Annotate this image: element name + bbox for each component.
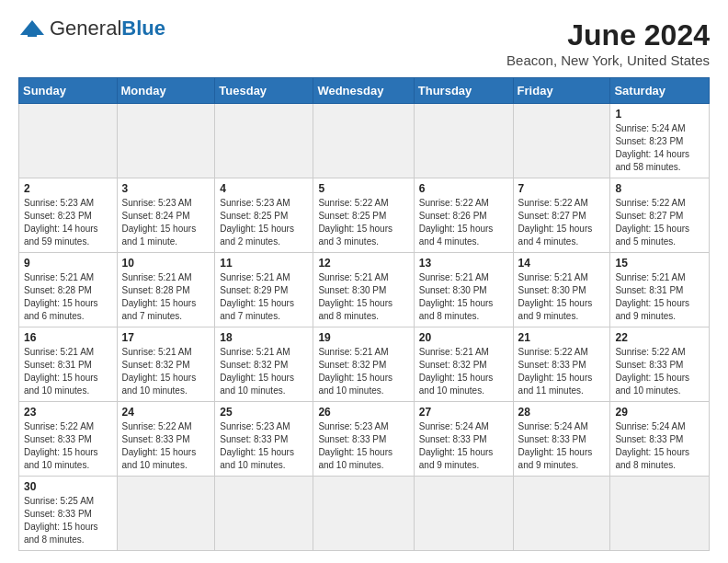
title-block: June 2024 Beacon, New York, United State… (506, 18, 710, 68)
day-info: Sunrise: 5:21 AM Sunset: 8:28 PM Dayligh… (24, 271, 112, 323)
day-number: 23 (24, 406, 112, 419)
day-info: Sunrise: 5:22 AM Sunset: 8:33 PM Dayligh… (518, 346, 606, 397)
page-header: GeneralBlue June 2024 Beacon, New York, … (18, 18, 710, 68)
day-number: 11 (220, 257, 308, 270)
calendar-day-cell: 5Sunrise: 5:22 AM Sunset: 8:25 PM Daylig… (313, 178, 414, 253)
calendar-day-cell (610, 477, 710, 551)
calendar-week-row: 16Sunrise: 5:21 AM Sunset: 8:31 PM Dayli… (19, 327, 710, 402)
weekday-header-thursday: Thursday (414, 78, 513, 104)
calendar-day-cell (117, 477, 215, 551)
month-year-title: June 2024 (506, 18, 710, 52)
calendar-day-cell: 23Sunrise: 5:22 AM Sunset: 8:33 PM Dayli… (19, 402, 118, 477)
calendar-day-cell: 25Sunrise: 5:23 AM Sunset: 8:33 PM Dayli… (215, 402, 313, 477)
calendar-day-cell: 13Sunrise: 5:21 AM Sunset: 8:30 PM Dayli… (414, 253, 513, 327)
calendar-day-cell: 7Sunrise: 5:22 AM Sunset: 8:27 PM Daylig… (513, 178, 610, 253)
day-number: 14 (518, 257, 606, 270)
logo: GeneralBlue (18, 18, 165, 39)
calendar-day-cell: 4Sunrise: 5:23 AM Sunset: 8:25 PM Daylig… (215, 178, 313, 253)
day-info: Sunrise: 5:24 AM Sunset: 8:33 PM Dayligh… (518, 420, 606, 472)
calendar-day-cell (117, 104, 215, 178)
svg-rect-1 (28, 29, 37, 37)
calendar-day-cell: 19Sunrise: 5:21 AM Sunset: 8:32 PM Dayli… (313, 327, 414, 402)
day-number: 20 (419, 331, 508, 344)
day-info: Sunrise: 5:23 AM Sunset: 8:23 PM Dayligh… (24, 197, 112, 248)
calendar-day-cell (215, 104, 313, 178)
calendar-week-row: 2Sunrise: 5:23 AM Sunset: 8:23 PM Daylig… (19, 178, 710, 253)
day-number: 8 (615, 182, 704, 195)
day-info: Sunrise: 5:22 AM Sunset: 8:27 PM Dayligh… (615, 197, 704, 248)
day-number: 6 (419, 182, 508, 195)
calendar-week-row: 1Sunrise: 5:24 AM Sunset: 8:23 PM Daylig… (19, 104, 710, 178)
logo-text: GeneralBlue (50, 18, 165, 39)
day-info: Sunrise: 5:22 AM Sunset: 8:33 PM Dayligh… (122, 420, 210, 472)
calendar-day-cell: 15Sunrise: 5:21 AM Sunset: 8:31 PM Dayli… (610, 253, 710, 327)
calendar-week-row: 23Sunrise: 5:22 AM Sunset: 8:33 PM Dayli… (19, 402, 710, 477)
calendar-day-cell: 16Sunrise: 5:21 AM Sunset: 8:31 PM Dayli… (19, 327, 118, 402)
calendar-day-cell: 14Sunrise: 5:21 AM Sunset: 8:30 PM Dayli… (513, 253, 610, 327)
day-number: 12 (318, 257, 408, 270)
calendar-day-cell: 8Sunrise: 5:22 AM Sunset: 8:27 PM Daylig… (610, 178, 710, 253)
day-number: 5 (318, 182, 408, 195)
day-number: 18 (220, 331, 308, 344)
calendar-day-cell (513, 104, 610, 178)
day-number: 15 (615, 257, 704, 270)
day-info: Sunrise: 5:22 AM Sunset: 8:27 PM Dayligh… (518, 197, 606, 248)
day-info: Sunrise: 5:21 AM Sunset: 8:30 PM Dayligh… (318, 271, 408, 323)
logo-icon (18, 18, 46, 39)
day-number: 13 (419, 257, 508, 270)
calendar-day-cell (513, 477, 610, 551)
weekday-header-tuesday: Tuesday (215, 78, 313, 104)
calendar-day-cell: 26Sunrise: 5:23 AM Sunset: 8:33 PM Dayli… (313, 402, 414, 477)
day-number: 29 (615, 406, 704, 419)
day-number: 17 (122, 331, 210, 344)
weekday-header-monday: Monday (117, 78, 215, 104)
day-number: 7 (518, 182, 606, 195)
day-number: 3 (122, 182, 210, 195)
day-info: Sunrise: 5:21 AM Sunset: 8:32 PM Dayligh… (318, 346, 408, 397)
day-info: Sunrise: 5:22 AM Sunset: 8:25 PM Dayligh… (318, 197, 408, 248)
calendar-day-cell: 21Sunrise: 5:22 AM Sunset: 8:33 PM Dayli… (513, 327, 610, 402)
calendar-day-cell: 17Sunrise: 5:21 AM Sunset: 8:32 PM Dayli… (117, 327, 215, 402)
day-info: Sunrise: 5:21 AM Sunset: 8:32 PM Dayligh… (220, 346, 308, 397)
day-info: Sunrise: 5:23 AM Sunset: 8:33 PM Dayligh… (318, 420, 408, 472)
day-info: Sunrise: 5:25 AM Sunset: 8:33 PM Dayligh… (24, 495, 112, 546)
calendar-day-cell: 9Sunrise: 5:21 AM Sunset: 8:28 PM Daylig… (19, 253, 118, 327)
calendar-day-cell: 12Sunrise: 5:21 AM Sunset: 8:30 PM Dayli… (313, 253, 414, 327)
calendar-day-cell: 22Sunrise: 5:22 AM Sunset: 8:33 PM Dayli… (610, 327, 710, 402)
calendar-week-row: 30Sunrise: 5:25 AM Sunset: 8:33 PM Dayli… (19, 477, 710, 551)
calendar-day-cell: 27Sunrise: 5:24 AM Sunset: 8:33 PM Dayli… (414, 402, 513, 477)
calendar-day-cell: 24Sunrise: 5:22 AM Sunset: 8:33 PM Dayli… (117, 402, 215, 477)
calendar-day-cell: 2Sunrise: 5:23 AM Sunset: 8:23 PM Daylig… (19, 178, 118, 253)
calendar-day-cell: 11Sunrise: 5:21 AM Sunset: 8:29 PM Dayli… (215, 253, 313, 327)
day-number: 19 (318, 331, 408, 344)
day-info: Sunrise: 5:24 AM Sunset: 8:33 PM Dayligh… (615, 420, 704, 472)
day-info: Sunrise: 5:21 AM Sunset: 8:32 PM Dayligh… (419, 346, 508, 397)
day-number: 26 (318, 406, 408, 419)
calendar-day-cell (313, 104, 414, 178)
day-number: 10 (122, 257, 210, 270)
day-info: Sunrise: 5:22 AM Sunset: 8:26 PM Dayligh… (419, 197, 508, 248)
day-info: Sunrise: 5:21 AM Sunset: 8:30 PM Dayligh… (419, 271, 508, 323)
day-info: Sunrise: 5:21 AM Sunset: 8:28 PM Dayligh… (122, 271, 210, 323)
day-number: 2 (24, 182, 112, 195)
day-number: 21 (518, 331, 606, 344)
day-info: Sunrise: 5:21 AM Sunset: 8:29 PM Dayligh… (220, 271, 308, 323)
day-info: Sunrise: 5:22 AM Sunset: 8:33 PM Dayligh… (615, 346, 704, 397)
day-info: Sunrise: 5:22 AM Sunset: 8:33 PM Dayligh… (24, 420, 112, 472)
day-info: Sunrise: 5:21 AM Sunset: 8:31 PM Dayligh… (24, 346, 112, 397)
calendar-day-cell: 28Sunrise: 5:24 AM Sunset: 8:33 PM Dayli… (513, 402, 610, 477)
day-info: Sunrise: 5:24 AM Sunset: 8:23 PM Dayligh… (615, 122, 704, 174)
calendar-header-row: SundayMondayTuesdayWednesdayThursdayFrid… (19, 78, 710, 104)
calendar-day-cell: 20Sunrise: 5:21 AM Sunset: 8:32 PM Dayli… (414, 327, 513, 402)
day-number: 24 (122, 406, 210, 419)
day-number: 28 (518, 406, 606, 419)
calendar-day-cell (19, 104, 118, 178)
day-info: Sunrise: 5:21 AM Sunset: 8:31 PM Dayligh… (615, 271, 704, 323)
day-number: 25 (220, 406, 308, 419)
weekday-header-saturday: Saturday (610, 78, 710, 104)
calendar-day-cell (215, 477, 313, 551)
calendar-day-cell (414, 477, 513, 551)
weekday-header-friday: Friday (513, 78, 610, 104)
weekday-header-wednesday: Wednesday (313, 78, 414, 104)
calendar-day-cell: 1Sunrise: 5:24 AM Sunset: 8:23 PM Daylig… (610, 104, 710, 178)
